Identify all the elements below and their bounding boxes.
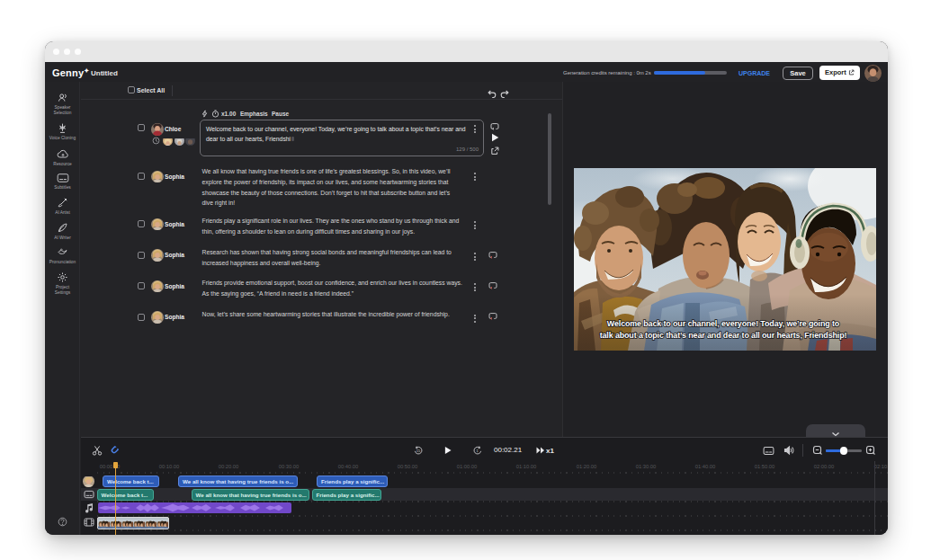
svg-text:talk about a topic that’s near: talk about a topic that’s near and dear …: [600, 331, 847, 340]
svg-text:15: 15: [416, 449, 420, 453]
svg-text:Welcome back to our channel, e: Welcome back to our channel, everyone! T…: [607, 319, 840, 328]
svg-text:1: 1: [477, 449, 479, 453]
